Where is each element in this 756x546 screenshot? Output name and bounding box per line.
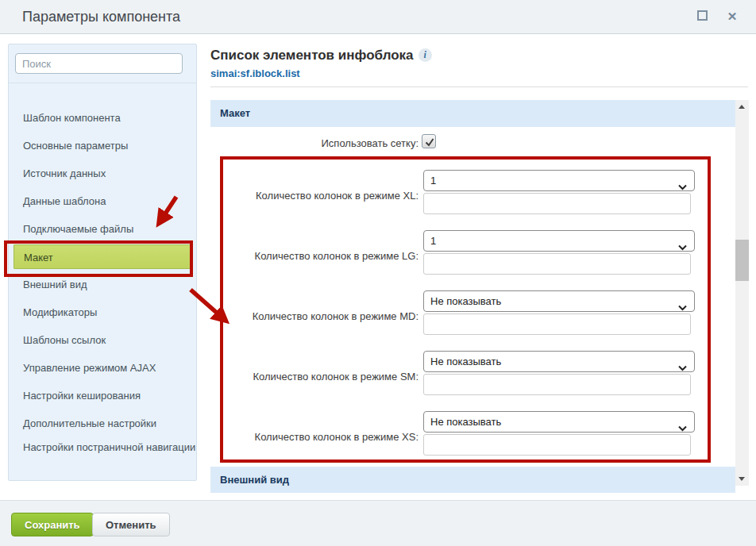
column-count-xl-select-value: 1 xyxy=(430,175,436,186)
sidebar-item-cache-settings[interactable]: Настройки кеширования xyxy=(9,382,196,410)
column-count-sm-label: Количество колонок в режиме SM: xyxy=(210,371,418,383)
search-input[interactable] xyxy=(15,53,183,74)
section-header-layout[interactable]: Макет xyxy=(210,100,735,127)
use-grid-checkbox[interactable] xyxy=(422,134,436,148)
column-count-md-select[interactable]: Не показывать xyxy=(423,290,695,312)
sidebar-menu: Шаблон компонента Основные параметры Ист… xyxy=(9,104,196,471)
scrollbar-thumb[interactable] xyxy=(735,240,749,281)
component-name-link[interactable]: simai:sf.iblock.list xyxy=(210,67,300,79)
column-count-xs-select-value: Не показывать xyxy=(430,416,501,428)
sidebar-item-component-template[interactable]: Шаблон компонента xyxy=(9,104,196,132)
column-count-xl-extra-input[interactable] xyxy=(423,193,691,214)
sidebar-item-appearance[interactable]: Внешний вид xyxy=(9,271,196,298)
section-header-appearance[interactable]: Внешний вид xyxy=(210,467,735,493)
column-count-sm-extra-input[interactable] xyxy=(423,374,691,395)
sidebar-item-included-files[interactable]: Подключаемые файлы xyxy=(9,215,196,243)
triangle-up-icon xyxy=(739,105,745,109)
component-parameters-dialog: Параметры компонента ✕ Шаблон компонента… xyxy=(0,0,756,546)
scroll-up-button[interactable] xyxy=(735,100,749,113)
scrollbar[interactable] xyxy=(735,100,749,486)
use-grid-label: Использовать сетку: xyxy=(210,137,418,149)
maximize-icon[interactable] xyxy=(697,10,708,21)
sidebar: Шаблон компонента Основные параметры Ист… xyxy=(8,44,197,481)
sidebar-item-link-templates[interactable]: Шаблоны ссылок xyxy=(9,326,196,354)
cancel-button[interactable]: Отменить xyxy=(92,513,170,536)
column-count-xs-label: Количество колонок в режиме XS: xyxy=(210,431,418,443)
info-icon[interactable]: i xyxy=(418,48,432,62)
column-count-xl-select[interactable]: 1 xyxy=(423,170,695,191)
titlebar: Параметры компонента ✕ xyxy=(0,0,756,34)
sidebar-item-layout[interactable]: Макет xyxy=(9,243,196,271)
scroll-down-button[interactable] xyxy=(735,472,749,486)
sidebar-item-modifiers[interactable]: Модификаторы xyxy=(9,298,196,326)
page-title: Список элементов инфоблокаi xyxy=(210,48,432,63)
sidebar-item-additional-settings[interactable]: Дополнительные настройки xyxy=(9,410,196,437)
column-count-lg-select[interactable]: 1 xyxy=(423,230,695,252)
column-count-md-extra-input[interactable] xyxy=(423,313,691,335)
header-divider xyxy=(210,87,748,87)
column-count-xl-label: Количество колонок в режиме XL: xyxy=(210,190,418,202)
column-count-xs-extra-input[interactable] xyxy=(423,434,691,456)
triangle-down-icon xyxy=(739,477,745,481)
sidebar-item-template-data[interactable]: Данные шаблона xyxy=(9,187,196,215)
column-count-lg-select-value: 1 xyxy=(430,235,436,247)
save-button[interactable]: Сохранить xyxy=(11,513,94,536)
column-count-xs-select[interactable]: Не показывать xyxy=(423,411,695,433)
footer: Сохранить Отменить xyxy=(0,500,756,546)
column-count-lg-extra-input[interactable] xyxy=(423,253,691,275)
sidebar-item-data-source[interactable]: Источник данных xyxy=(9,160,196,187)
sidebar-item-pagination-settings[interactable]: Настройки постраничной навигации xyxy=(9,437,196,471)
column-count-sm-select-value: Не показывать xyxy=(430,356,501,367)
column-count-md-select-value: Не показывать xyxy=(430,295,501,307)
sidebar-divider xyxy=(9,83,196,83)
column-count-lg-label: Количество колонок в режиме LG: xyxy=(210,250,418,262)
column-count-md-label: Количество колонок в режиме MD: xyxy=(210,310,418,322)
sidebar-item-ajax-mode[interactable]: Управление режимом AJAX xyxy=(9,354,196,382)
page-title-text: Список элементов инфоблока xyxy=(210,48,414,63)
close-icon[interactable]: ✕ xyxy=(726,10,739,23)
sidebar-item-main-parameters[interactable]: Основные параметры xyxy=(9,132,196,160)
dialog-title: Параметры компонента xyxy=(22,9,180,25)
sidebar-item-layout-label: Макет xyxy=(14,244,191,269)
column-count-sm-select[interactable]: Не показывать xyxy=(423,351,695,372)
